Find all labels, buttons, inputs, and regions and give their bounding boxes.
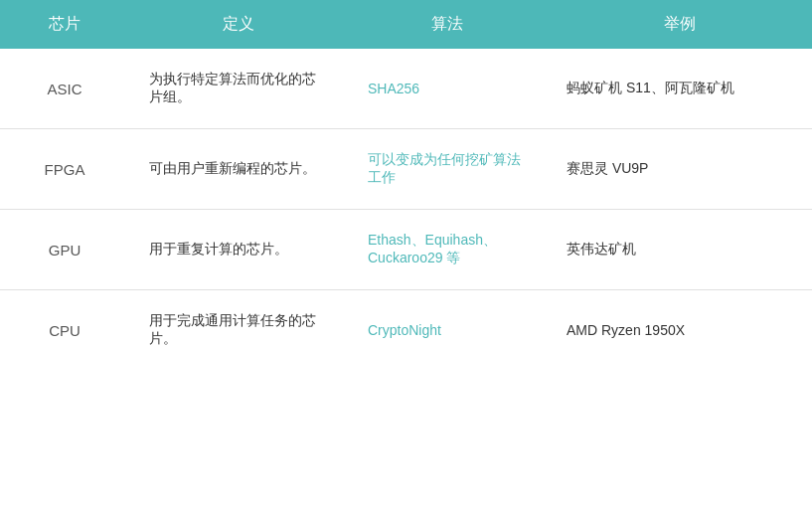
def-gpu: 用于重复计算的芯片。 [129, 210, 348, 289]
main-table: 芯片 定义 算法 举例 ASIC 为执行特定算法而优化的芯片组。 SHA256 … [0, 0, 812, 370]
chip-gpu: GPU [0, 210, 129, 289]
example-asic: 蚂蚁矿机 S11、阿瓦隆矿机 [547, 49, 812, 128]
header-chip: 芯片 [0, 0, 129, 49]
algo-gpu: Ethash、Equihash、Cuckaroo29 等 [348, 210, 547, 289]
chip-asic: ASIC [0, 49, 129, 128]
header-definition: 定义 [129, 0, 348, 49]
chip-fpga: FPGA [0, 129, 129, 209]
def-asic: 为执行特定算法而优化的芯片组。 [129, 49, 348, 128]
example-gpu: 英伟达矿机 [547, 210, 812, 289]
algo-cpu: CryptoNight [348, 290, 547, 370]
header-example: 举例 [547, 0, 812, 49]
algo-asic: SHA256 [348, 49, 547, 128]
algo-fpga: 可以变成为任何挖矿算法工作 [348, 129, 547, 209]
table-row: GPU 用于重复计算的芯片。 Ethash、Equihash、Cuckaroo2… [0, 210, 812, 290]
table-row: FPGA 可由用户重新编程的芯片。 可以变成为任何挖矿算法工作 赛思灵 VU9P [0, 129, 812, 210]
chip-cpu: CPU [0, 290, 129, 370]
table-header: 芯片 定义 算法 举例 [0, 0, 812, 49]
def-cpu: 用于完成通用计算任务的芯片。 [129, 290, 348, 370]
example-cpu: AMD Ryzen 1950X [547, 290, 812, 370]
table-row: ASIC 为执行特定算法而优化的芯片组。 SHA256 蚂蚁矿机 S11、阿瓦隆… [0, 49, 812, 129]
example-fpga: 赛思灵 VU9P [547, 129, 812, 209]
table-row: CPU 用于完成通用计算任务的芯片。 CryptoNight AMD Ryzen… [0, 290, 812, 370]
def-fpga: 可由用户重新编程的芯片。 [129, 129, 348, 209]
header-algorithm: 算法 [348, 0, 547, 49]
